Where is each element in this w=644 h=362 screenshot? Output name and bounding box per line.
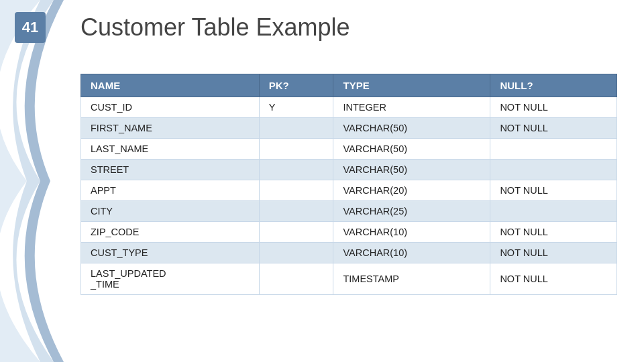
table-cell: VARCHAR(50) (333, 139, 490, 160)
table-cell: INTEGER (333, 97, 490, 118)
table-cell: CITY (81, 201, 260, 222)
table-cell (490, 139, 617, 160)
col-header-name: NAME (81, 74, 260, 97)
table-cell (490, 160, 617, 180)
table-cell: LAST_NAME (81, 139, 260, 160)
table-cell: TIMESTAMP (333, 263, 490, 295)
table-cell: NOT NULL (490, 222, 617, 243)
table-cell: NOT NULL (490, 118, 617, 139)
table-cell: STREET (81, 160, 260, 180)
table-cell: Y (259, 97, 333, 118)
table-cell: VARCHAR(20) (333, 180, 490, 201)
table-container: NAME PK? TYPE NULL? CUST_IDYINTEGERNOT N… (80, 74, 617, 295)
table-row: LAST_NAMEVARCHAR(50) (81, 139, 617, 160)
table-cell: NOT NULL (490, 180, 617, 201)
table-cell: VARCHAR(10) (333, 243, 490, 263)
table-cell: NOT NULL (490, 243, 617, 263)
slide-number: 41 (15, 12, 46, 43)
table-cell: CUST_TYPE (81, 243, 260, 263)
table-row: CUST_TYPEVARCHAR(10)NOT NULL (81, 243, 617, 263)
table-row: ZIP_CODEVARCHAR(10)NOT NULL (81, 222, 617, 243)
table-cell: NOT NULL (490, 263, 617, 295)
table-cell: VARCHAR(10) (333, 222, 490, 243)
customer-table: NAME PK? TYPE NULL? CUST_IDYINTEGERNOT N… (80, 74, 617, 295)
table-row: CITYVARCHAR(25) (81, 201, 617, 222)
table-cell: NOT NULL (490, 97, 617, 118)
table-cell: VARCHAR(50) (333, 118, 490, 139)
table-cell: ZIP_CODE (81, 222, 260, 243)
table-cell: VARCHAR(25) (333, 201, 490, 222)
table-cell: FIRST_NAME (81, 118, 260, 139)
table-cell (259, 263, 333, 295)
table-cell (259, 139, 333, 160)
table-cell (259, 180, 333, 201)
table-cell (490, 201, 617, 222)
table-cell (259, 222, 333, 243)
table-row: LAST_UPDATED _TIMETIMESTAMPNOT NULL (81, 263, 617, 295)
table-row: STREETVARCHAR(50) (81, 160, 617, 180)
table-header-row: NAME PK? TYPE NULL? (81, 74, 617, 97)
col-header-pk: PK? (259, 74, 333, 97)
table-cell (259, 201, 333, 222)
table-row: APPTVARCHAR(20)NOT NULL (81, 180, 617, 201)
table-cell: LAST_UPDATED _TIME (81, 263, 260, 295)
left-decoration (0, 0, 80, 362)
col-header-null: NULL? (490, 74, 617, 97)
table-row: FIRST_NAMEVARCHAR(50)NOT NULL (81, 118, 617, 139)
table-cell: CUST_ID (81, 97, 260, 118)
table-cell: VARCHAR(50) (333, 160, 490, 180)
table-cell (259, 243, 333, 263)
table-row: CUST_IDYINTEGERNOT NULL (81, 97, 617, 118)
page-title: Customer Table Example (80, 13, 350, 42)
table-cell: APPT (81, 180, 260, 201)
col-header-type: TYPE (333, 74, 490, 97)
table-cell (259, 160, 333, 180)
table-cell (259, 118, 333, 139)
